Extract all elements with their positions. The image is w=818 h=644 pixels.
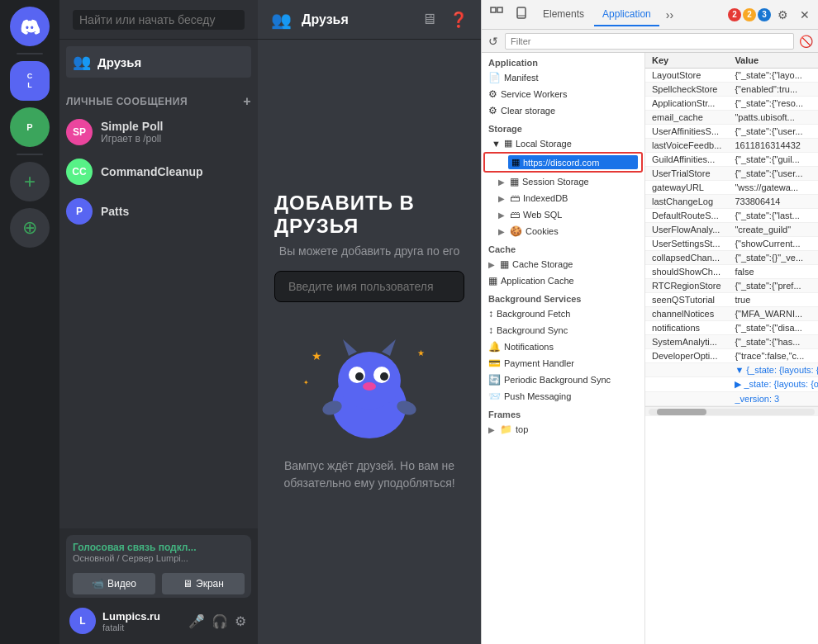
svg-text:✦: ✦ — [303, 379, 309, 386]
table-row[interactable]: UserFlowAnaly..."create_guild" — [645, 223, 818, 237]
dm-item-patts[interactable]: P Patts — [59, 192, 258, 231]
wumpus-image: ★ ★ ✦ — [295, 335, 444, 451]
table-row[interactable]: UserAffinitiesS...{"_state":{"user... — [645, 125, 818, 139]
devtools-device-button[interactable] — [510, 3, 533, 26]
table-row[interactable]: RTCRegionStore{"_state":{"pref... — [645, 279, 818, 293]
monitor-icon[interactable]: 🖥 — [421, 11, 436, 29]
deafen-button[interactable]: 🎧 — [210, 612, 230, 631]
table-row[interactable]: lastChangeLog733806414 — [645, 195, 818, 209]
screen-button[interactable]: 🖥 Экран — [162, 573, 245, 594]
tree-notifications[interactable]: 🔔 Notifications — [482, 339, 644, 355]
devtools-settings-button[interactable]: ⚙ — [773, 5, 793, 25]
svg-marker-8 — [382, 339, 396, 356]
value-cell: true — [728, 293, 818, 307]
main-header: 👥 Друзья 🖥 ❓ — [258, 0, 481, 40]
table-row[interactable]: ApplicationStr...{"_state":{"reso... — [645, 97, 818, 111]
discord-home-button[interactable] — [10, 7, 50, 46]
tree-periodic-bg-sync[interactable]: 🔄 Periodic Background Sync — [482, 372, 644, 388]
settings-button[interactable]: ⚙ — [233, 612, 248, 631]
scroll-track — [649, 409, 815, 415]
value-cell: "wss://gatewa... — [728, 181, 818, 195]
clear-filter-button[interactable]: 🚫 — [797, 33, 815, 50]
table-row[interactable]: UserTrialStore{"_state":{"user... — [645, 167, 818, 181]
table-row[interactable]: _version: 3 — [645, 392, 818, 406]
tab-more-button[interactable]: ›› — [661, 5, 678, 25]
app-tree: Application 📄 Manifest ⚙ Service Workers… — [482, 53, 645, 644]
add-friend-input[interactable] — [274, 271, 464, 302]
video-button[interactable]: 📹 Видео — [73, 573, 155, 594]
table-row[interactable]: gatewayURL"wss://gatewa... — [645, 181, 818, 195]
table-row[interactable]: collapsedChan...{"_state":{}"_ve... — [645, 251, 818, 265]
table-row[interactable]: UserSettingsSt...{"showCurrent... — [645, 237, 818, 251]
tree-clear-storage[interactable]: ⚙ Clear storage — [482, 102, 644, 119]
discord-url-icon: ▦ — [511, 157, 520, 168]
key-cell: RTCRegionStore — [645, 279, 728, 293]
table-row[interactable]: DefaultRouteS...{"_state":{"last... — [645, 209, 818, 223]
refresh-button[interactable]: ↺ — [485, 33, 502, 50]
tree-session-storage[interactable]: ▶ ▦ Session Storage — [482, 173, 644, 190]
dm-item-commandcleanup[interactable]: CC CommandCleanup — [59, 152, 258, 192]
dm-item-simple-poll[interactable]: SP Simple Poll Играет в /poll — [59, 112, 258, 152]
value-cell: {"_state":{"disa... — [728, 321, 818, 335]
table-row[interactable]: channelNotices{"MFA_WARNI... — [645, 307, 818, 321]
service-workers-icon: ⚙ — [488, 88, 497, 100]
tree-app-cache[interactable]: ▦ Application Cache — [482, 272, 644, 289]
tab-application[interactable]: Application — [594, 3, 659, 26]
tree-manifest[interactable]: 📄 Manifest — [482, 69, 644, 86]
table-row[interactable]: LayoutStore{"_state":{"layo... — [645, 69, 818, 83]
horizontal-scrollbar[interactable] — [645, 406, 818, 416]
tab-elements[interactable]: Elements — [535, 3, 592, 26]
value-cell: {"_state":{"reso... — [728, 97, 818, 111]
bg-sync-icon: ↕ — [488, 324, 493, 336]
svg-point-5 — [380, 372, 388, 381]
explore-servers-button[interactable]: ⊕ — [10, 208, 50, 248]
filter-input[interactable] — [505, 33, 794, 50]
tree-cookies[interactable]: ▶ 🍪 Cookies — [482, 223, 644, 239]
tree-push-messaging[interactable]: 📨 Push Messaging — [482, 388, 644, 405]
add-dm-button[interactable]: + — [243, 94, 251, 109]
key-cell: SystemAnalyti... — [645, 335, 728, 349]
table-row[interactable]: SpellcheckStore{"enabled":tru... — [645, 83, 818, 97]
key-cell: UserFlowAnaly... — [645, 223, 728, 237]
tree-discord-url[interactable]: ▦ https://discord.com — [483, 152, 643, 173]
key-cell: SpellcheckStore — [645, 83, 728, 97]
key-cell: UserSettingsSt... — [645, 237, 728, 251]
search-input[interactable] — [73, 10, 245, 30]
table-row[interactable]: lastVoiceFeedb...1611816314432 — [645, 139, 818, 153]
table-row[interactable]: shouldShowCh...false — [645, 265, 818, 279]
tree-bg-sync[interactable]: ↕ Background Sync — [482, 322, 644, 339]
friends-nav-item[interactable]: 👥 Друзья — [66, 46, 251, 78]
discord-url-label: https://discord.com — [523, 158, 599, 168]
svg-marker-7 — [343, 339, 357, 356]
tree-local-storage[interactable]: ▼ ▦ Local Storage — [482, 135, 644, 151]
table-row[interactable]: GuildAffinities...{"_state":{"guil... — [645, 153, 818, 167]
table-row[interactable]: SystemAnalyti...{"_state":{"has... — [645, 335, 818, 349]
col-value-header: Value — [728, 53, 818, 69]
server-guild-1[interactable]: СL — [10, 61, 50, 101]
table-row[interactable]: ▼ {_state: {layouts: {overlay_ — [645, 363, 818, 377]
help-icon[interactable]: ❓ — [449, 11, 468, 29]
devtools-close-button[interactable]: ✕ — [795, 5, 815, 25]
add-server-button[interactable]: + — [10, 162, 50, 201]
payment-icon: 💳 — [488, 358, 501, 369]
dm-avatar-2: CC — [66, 159, 93, 185]
tree-cache-storage[interactable]: ▶ ▦ Cache Storage — [482, 256, 644, 272]
main-content: 👥 Друзья 🖥 ❓ ДОБАВИТЬ В ДРУЗЬЯ Вы можете… — [258, 0, 481, 644]
server-guild-2[interactable]: P — [10, 107, 50, 147]
mute-button[interactable]: 🎤 — [187, 612, 207, 631]
devtools-inspect-button[interactable] — [485, 3, 508, 26]
table-row[interactable]: email_cache"patts.ubisoft... — [645, 111, 818, 125]
tree-service-workers[interactable]: ⚙ Service Workers — [482, 86, 644, 102]
friends-icon: 👥 — [73, 53, 91, 71]
tree-bg-fetch[interactable]: ↕ Background Fetch — [482, 305, 644, 322]
table-row[interactable]: seenQSTutorialtrue — [645, 293, 818, 307]
video-icon: 📹 — [92, 578, 104, 590]
tree-frames-top[interactable]: ▶ 📁 top — [482, 421, 644, 438]
table-row[interactable]: ▶ _state: {layouts: {overlay_ — [645, 377, 818, 392]
tree-indexeddb[interactable]: ▶ 🗃 IndexedDB — [482, 190, 644, 206]
table-row[interactable]: DeveloperOpti...{"trace":false,"c... — [645, 349, 818, 363]
table-row[interactable]: notifications{"_state":{"disa... — [645, 321, 818, 335]
tree-payment-handler[interactable]: 💳 Payment Handler — [482, 355, 644, 372]
server-divider-2 — [17, 154, 43, 155]
tree-web-sql[interactable]: ▶ 🗃 Web SQL — [482, 206, 644, 223]
